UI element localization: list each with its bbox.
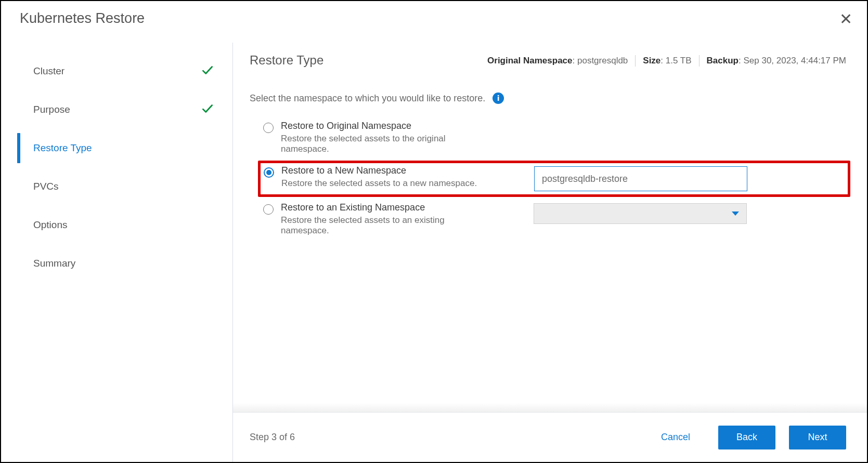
option-restore-existing[interactable]: Restore to an Existing Namespace Restore…: [258, 198, 850, 241]
step-restore-type[interactable]: Restore Type: [20, 129, 214, 167]
backup-label: Backup: [707, 56, 739, 65]
option-desc: Restore the selected assets to a new nam…: [281, 178, 477, 189]
radio-restore-new[interactable]: [264, 167, 274, 178]
original-namespace-value: postgresqldb: [577, 56, 628, 65]
option-desc: Restore the selected assets to an existi…: [281, 215, 489, 236]
backup-value: Sep 30, 2023, 4:44:17 PM: [743, 56, 846, 65]
step-label: Cluster: [33, 65, 64, 77]
step-counter: Step 3 of 6: [250, 432, 295, 443]
dialog-header: Kubernetes Restore ✕: [1, 1, 867, 28]
option-restore-new[interactable]: Restore to a New Namespace Restore the s…: [258, 161, 850, 197]
step-label: Options: [33, 219, 67, 231]
checkmark-icon: [201, 63, 214, 80]
option-desc: Restore the selected assets to the origi…: [281, 134, 489, 154]
chevron-down-icon: [732, 211, 739, 216]
info-separator: [635, 55, 636, 67]
cancel-button[interactable]: Cancel: [646, 426, 705, 449]
step-label: Purpose: [33, 104, 70, 115]
wizard-sidebar: Cluster Purpose Restore Type PVCs Option…: [1, 43, 230, 462]
size-label: Size: [643, 56, 660, 65]
back-button[interactable]: Back: [718, 426, 775, 449]
option-restore-original[interactable]: Restore to Original Namespace Restore th…: [258, 116, 850, 160]
dialog-title: Kubernetes Restore: [20, 10, 145, 27]
original-namespace-label: Original Namespace: [487, 56, 572, 65]
info-separator: [699, 55, 699, 67]
step-label: Restore Type: [33, 142, 92, 154]
existing-namespace-select[interactable]: [534, 203, 747, 224]
instruction-row: Select the namespace to which you would …: [233, 68, 867, 116]
step-pvcs[interactable]: PVCs: [20, 167, 214, 206]
step-purpose[interactable]: Purpose: [20, 90, 214, 129]
size-info: Size: 1.5 TB: [643, 56, 691, 66]
close-icon[interactable]: ✕: [836, 10, 856, 28]
footer-actions: Cancel Back Next: [646, 426, 846, 449]
main-header: Restore Type Original Namespace: postgre…: [233, 43, 867, 68]
wizard-footer: Step 3 of 6 Cancel Back Next: [233, 412, 867, 462]
option-title: Restore to Original Namespace: [281, 121, 489, 131]
option-title: Restore to a New Namespace: [281, 165, 477, 176]
dialog-body: Cluster Purpose Restore Type PVCs Option…: [1, 43, 867, 462]
checkmark-icon: [201, 102, 214, 118]
option-title: Restore to an Existing Namespace: [281, 202, 489, 213]
new-namespace-input[interactable]: [534, 166, 747, 191]
instruction-text: Select the namespace to which you would …: [250, 93, 485, 104]
step-cluster[interactable]: Cluster: [20, 52, 214, 90]
step-label: PVCs: [33, 181, 59, 192]
radio-restore-existing[interactable]: [263, 204, 274, 215]
step-label: Summary: [33, 258, 75, 269]
step-summary[interactable]: Summary: [20, 244, 214, 283]
restore-options: Restore to Original Namespace Restore th…: [233, 116, 867, 241]
next-button[interactable]: Next: [789, 426, 846, 449]
kubernetes-restore-dialog: Kubernetes Restore ✕ Cluster Purpose Res…: [0, 0, 868, 463]
info-icon[interactable]: i: [493, 92, 504, 104]
backup-info: Backup: Sep 30, 2023, 4:44:17 PM: [707, 56, 846, 66]
page-title: Restore Type: [250, 53, 323, 68]
backup-info-bar: Original Namespace: postgresqldb Size: 1…: [487, 53, 846, 67]
step-options[interactable]: Options: [20, 206, 214, 244]
radio-restore-original[interactable]: [263, 123, 274, 133]
original-namespace-info: Original Namespace: postgresqldb: [487, 56, 628, 66]
main-panel: Restore Type Original Namespace: postgre…: [233, 43, 867, 412]
size-value: 1.5 TB: [666, 56, 692, 65]
